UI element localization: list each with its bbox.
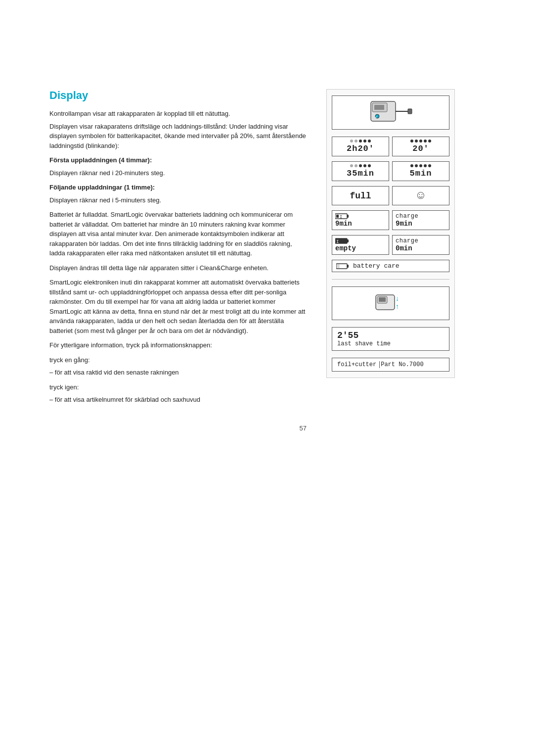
display-change-text: Displayen ändras till detta läge när app… bbox=[49, 263, 307, 273]
press-once-block: tryck en gång: – för att visa raktid vid… bbox=[49, 355, 307, 378]
lcd-full-box: full bbox=[332, 186, 389, 205]
battery-care-icon bbox=[336, 263, 349, 270]
lcd-box-5min: 5min bbox=[392, 161, 449, 181]
press-again-label: tryck igen: bbox=[49, 382, 307, 392]
dot3 bbox=[419, 140, 422, 142]
svg-text:I: I bbox=[336, 239, 339, 244]
foil-cutter-box: foil+cutter Part No.7000 bbox=[332, 358, 449, 372]
intro-para-1: Kontrollampan visar att rakapparaten är … bbox=[49, 109, 307, 119]
last-shave-time: 2'55 bbox=[337, 331, 358, 340]
charge-9min-display: I 9min charge 9min bbox=[332, 210, 449, 230]
battery-care-text: battery care bbox=[353, 262, 400, 270]
press-once-body: – för att visa raktid vid den senaste ra… bbox=[49, 368, 307, 378]
following-charge-label: Följande uppladdningar (1 timme): bbox=[49, 183, 307, 192]
dot2 bbox=[355, 164, 357, 167]
section-title: Display bbox=[49, 89, 307, 102]
svg-rect-8 bbox=[347, 215, 349, 218]
svg-text:I: I bbox=[340, 215, 342, 220]
smartlogic-text: SmartLogic elektroniken inuti din rakapp… bbox=[49, 278, 307, 335]
svg-rect-15 bbox=[347, 265, 349, 268]
dot5 bbox=[368, 140, 371, 142]
svg-rect-2 bbox=[374, 105, 384, 110]
foil-cutter-left: foil+cutter bbox=[337, 361, 380, 368]
lcd-smiley-box: ☺ bbox=[392, 186, 449, 205]
dot4 bbox=[424, 164, 427, 167]
lcd-time-5: 5min bbox=[410, 169, 432, 178]
lcd-time-2h20: 2h20' bbox=[347, 144, 374, 153]
foil-cutter-right: Part No.7000 bbox=[381, 361, 423, 368]
first-charge-display: 2h20' 20' bbox=[332, 137, 449, 156]
svg-rect-19 bbox=[379, 297, 386, 302]
battery-icon-empty: I bbox=[335, 237, 349, 244]
full-text: full bbox=[350, 191, 371, 201]
smartlogic-block: SmartLogic elektroniken inuti din rakapp… bbox=[49, 278, 307, 335]
following-charge-display: 35min 5min bbox=[332, 161, 449, 181]
lcd-dots-left bbox=[350, 140, 371, 142]
more-info-block: För ytterligare information, tryck på in… bbox=[49, 340, 307, 350]
dot2 bbox=[415, 164, 418, 167]
dot4 bbox=[363, 164, 366, 167]
svg-rect-12 bbox=[347, 239, 349, 242]
svg-text:↓: ↓ bbox=[396, 294, 399, 302]
dot3 bbox=[419, 164, 422, 167]
full-display: full ☺ bbox=[332, 186, 449, 205]
shaver-arrows-svg: ↓ ↑ bbox=[373, 291, 408, 316]
press-once-label: tryck en gång: bbox=[49, 355, 307, 365]
lcd-dots-right bbox=[410, 140, 431, 142]
dot3 bbox=[359, 140, 362, 142]
charge-0-right-value: 0min bbox=[396, 244, 446, 252]
charge-empty-left-value: empty bbox=[335, 244, 386, 252]
lcd-box-2h20: 2h20' bbox=[332, 137, 389, 156]
dot3 bbox=[359, 164, 362, 167]
dot1 bbox=[350, 164, 353, 167]
lcd-box-35min: 35min bbox=[332, 161, 389, 181]
dot2 bbox=[415, 140, 418, 142]
battery-icon-9: I bbox=[335, 213, 349, 220]
charge-left-empty: I empty bbox=[332, 235, 389, 255]
lcd-dots-left2 bbox=[350, 164, 371, 167]
dot4 bbox=[424, 140, 427, 142]
lcd-time-35: 35min bbox=[347, 169, 374, 178]
lcd-time-20: 20' bbox=[412, 144, 429, 153]
svg-rect-4 bbox=[408, 109, 412, 114]
first-charge-body: Displayen räknar ned i 20-minuters steg. bbox=[49, 168, 307, 178]
intro-block: Kontrollampan visar att rakapparaten är … bbox=[49, 109, 307, 150]
razor-svg: ✓ bbox=[368, 99, 413, 126]
page: Display Kontrollampan visar att rakappar… bbox=[0, 0, 534, 472]
charge-right-9: charge 9min bbox=[392, 210, 449, 230]
smiley-icon: ☺ bbox=[417, 189, 424, 202]
charge-label-empty: charge bbox=[396, 237, 446, 244]
more-info-text: För ytterligare information, tryck på in… bbox=[49, 340, 307, 350]
battery-full-block: Batteriet är fulladdat. SmartLogic överv… bbox=[49, 210, 307, 258]
dot5 bbox=[428, 164, 431, 167]
svg-rect-16 bbox=[337, 265, 339, 268]
page-number: 57 bbox=[49, 425, 307, 432]
dot5 bbox=[368, 164, 371, 167]
charge-9-right-value: 9min bbox=[396, 220, 446, 228]
charge-label-9: charge bbox=[396, 213, 446, 220]
svg-text:↑: ↑ bbox=[396, 302, 399, 310]
svg-rect-9 bbox=[336, 215, 339, 218]
svg-text:✓: ✓ bbox=[375, 115, 378, 119]
lcd-dots-right2 bbox=[410, 164, 431, 167]
razor-illustration-box: ✓ bbox=[332, 95, 449, 130]
dot1 bbox=[410, 140, 413, 142]
left-column: Display Kontrollampan visar att rakappar… bbox=[49, 89, 307, 432]
charge-empty-display: I empty charge 0min bbox=[332, 235, 449, 255]
right-column: ✓ 2h20' bbox=[326, 89, 455, 378]
dot1 bbox=[350, 140, 353, 142]
dot5 bbox=[428, 140, 431, 142]
battery-care-display: battery care bbox=[332, 260, 449, 272]
first-charge-block: Första uppladdningen (4 timmar): Display… bbox=[49, 155, 307, 178]
dot1 bbox=[410, 164, 413, 167]
press-again-block: tryck igen: – för att visa artikelnumret… bbox=[49, 382, 307, 405]
dot2 bbox=[355, 140, 357, 142]
battery-full-text: Batteriet är fulladdat. SmartLogic överv… bbox=[49, 210, 307, 258]
shaver-illustration-box: ↓ ↑ bbox=[332, 286, 449, 320]
following-charge-block: Följande uppladdningar (1 timme): Displa… bbox=[49, 183, 307, 205]
last-shave-box: 2'55 last shave time bbox=[332, 327, 449, 351]
charge-right-0: charge 0min bbox=[392, 235, 449, 255]
charge-9-left-value: 9min bbox=[335, 220, 386, 228]
dot4 bbox=[363, 140, 366, 142]
charge-left-9: I 9min bbox=[332, 210, 389, 230]
